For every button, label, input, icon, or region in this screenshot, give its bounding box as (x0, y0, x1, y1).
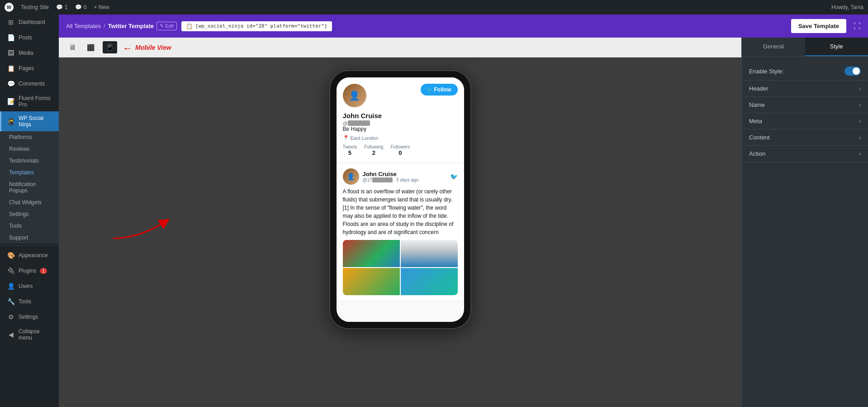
sidebar-item-comments[interactable]: 💬 Comments (0, 76, 59, 91)
dashboard-icon: ⊞ (7, 18, 15, 26)
panel-content: Enable Style: Header › Name › (742, 57, 868, 407)
save-template-button[interactable]: Save Template (791, 19, 846, 33)
stat-tweets: Tweets 5 (343, 144, 357, 156)
content-chevron-icon: › (859, 134, 861, 141)
sidebar-sub-notification-popups[interactable]: Notification Popups (0, 178, 59, 196)
stat-following: Following 2 (364, 144, 383, 156)
sidebar-sub-platforms[interactable]: Platforms (0, 131, 59, 143)
twitter-profile-header: 👤 🐦 Follow John Cruise (337, 77, 464, 163)
admin-bar: W Testing Site 💬 1 💬 0 + New Howdy, Tani… (0, 0, 868, 14)
tweet-author: 👤 John Cruise @1T73513536 · 5 days ago (343, 168, 458, 185)
preview-scroll: 👤 🐦 Follow John Cruise (59, 57, 741, 407)
mobile-icon: 📱 (105, 43, 114, 52)
tab-general[interactable]: General (742, 38, 805, 56)
enable-style-toggle[interactable] (844, 67, 861, 76)
sidebar-item-posts[interactable]: 📄 Posts (0, 30, 59, 45)
right-panel: General Style Enable Style: (741, 38, 868, 407)
mobile-view-button[interactable]: 📱 (103, 41, 117, 53)
twitter-bird-icon: 🐦 (427, 87, 432, 92)
sidebar-item-tools[interactable]: 🔧 Tools (0, 294, 59, 309)
preview-area: 🖥 ⬛ 📱 ← Mobile View (59, 38, 741, 407)
wp-icon: W (5, 3, 14, 12)
content-area: All Templates / Twitter Template ✎ Edit … (59, 14, 868, 407)
twitter-tweet-icon: 🐦 (450, 173, 458, 180)
sidebar-sub-templates[interactable]: Templates (0, 167, 59, 178)
panel-row-content[interactable]: Content › (742, 129, 868, 146)
profile-stats: Tweets 5 Following 2 Followe (343, 144, 458, 156)
site-logo[interactable]: W (5, 3, 14, 12)
tweet-image-2 (401, 240, 458, 267)
sidebar-item-wp-social-ninja[interactable]: 🥷 WP Social Ninja (0, 111, 59, 131)
comments-icon: 💬 (7, 80, 15, 88)
sidebar-item-pages[interactable]: 📋 Pages (0, 61, 59, 76)
users-icon: 👤 (7, 282, 15, 290)
tweet-author-handle: @1T73513536 · 5 days ago (363, 177, 446, 182)
action-chevron-icon: › (859, 151, 861, 157)
admin-bar-comments2[interactable]: 💬 0 (75, 4, 87, 10)
sidebar-item-fluent-forms[interactable]: 📝 Fluent Forms Pro (0, 91, 59, 111)
sidebar-sub-reviews[interactable]: Reviews (0, 143, 59, 155)
admin-bar-site-name[interactable]: Testing Site (21, 4, 49, 10)
media-icon: 🖼 (7, 49, 15, 57)
expand-button[interactable]: ⛶ (854, 22, 861, 30)
tweet-author-info: John Cruise @1T73513536 · 5 days ago (363, 171, 446, 182)
edit-button[interactable]: ✎ Edit (157, 22, 177, 30)
meta-chevron-icon: › (859, 118, 861, 124)
desktop-view-button[interactable]: 🖥 (66, 42, 79, 53)
shortcode-text: [wp_social_ninja id="28" platform="twitt… (195, 23, 327, 29)
tools-icon: 🔧 (7, 297, 15, 306)
location-icon: 📍 (343, 135, 349, 141)
profile-name: John Cruise (343, 112, 458, 120)
panel-row-meta[interactable]: Meta › (742, 113, 868, 129)
profile-avatar: 👤 (343, 84, 366, 107)
panel-row-name[interactable]: Name › (742, 97, 868, 113)
plugins-badge: 1 (40, 268, 47, 274)
tweet-image-4 (401, 268, 458, 295)
desktop-icon: 🖥 (69, 43, 76, 52)
breadcrumb-sep: / (104, 23, 105, 29)
enable-style-actions (844, 67, 861, 76)
sidebar-item-appearance[interactable]: 🎨 Appearance (0, 248, 59, 263)
profile-handle: @73513536 (343, 120, 458, 126)
panel-row-action[interactable]: Action › (742, 146, 868, 162)
top-bar: All Templates / Twitter Template ✎ Edit … (59, 14, 868, 38)
posts-icon: 📄 (7, 34, 15, 42)
tweet-image-3 (343, 268, 400, 295)
sidebar-sub-support[interactable]: Support (0, 232, 59, 244)
tablet-view-button[interactable]: ⬛ (84, 42, 97, 53)
sidebar: ⊞ Dashboard 📄 Posts 🖼 Media 📋 Pages 💬 Co… (0, 14, 59, 407)
sidebar-sub-tools[interactable]: Tools (0, 220, 59, 232)
breadcrumb-current: Twitter Template (108, 23, 154, 29)
sidebar-sub-chat-widgets[interactable]: Chat Widgets (0, 196, 59, 208)
profile-bio: Be Happy (343, 126, 458, 132)
header-chevron-icon: › (859, 86, 861, 92)
tab-style[interactable]: Style (805, 38, 868, 56)
sidebar-collapse[interactable]: ◀ Collapse menu (0, 325, 59, 345)
fluent-forms-icon: 📝 (7, 97, 15, 105)
view-toolbar: 🖥 ⬛ 📱 ← Mobile View (59, 38, 741, 57)
phone-screen: 👤 🐦 Follow John Cruise (337, 77, 464, 322)
sidebar-item-media[interactable]: 🖼 Media (0, 45, 59, 61)
admin-bar-new[interactable]: + New (94, 4, 109, 10)
panel-row-header[interactable]: Header › (742, 81, 868, 97)
sidebar-item-plugins[interactable]: 🔌 Plugins 1 (0, 263, 59, 278)
follow-button[interactable]: 🐦 Follow (421, 84, 458, 96)
breadcrumb: All Templates / Twitter Template ✎ Edit (66, 22, 177, 30)
wp-social-ninja-icon: 🥷 (7, 117, 15, 125)
tablet-icon: ⬛ (87, 44, 95, 51)
breadcrumb-all-templates[interactable]: All Templates (66, 23, 101, 29)
stat-followers: Followers 0 (390, 144, 410, 156)
plugins-icon: 🔌 (7, 267, 15, 275)
tweet-item: 👤 John Cruise @1T73513536 · 5 days ago (337, 163, 464, 301)
pages-icon: 📋 (7, 64, 15, 72)
shortcode-box[interactable]: 📋 [wp_social_ninja id="28" platform="twi… (181, 21, 332, 31)
admin-bar-comments[interactable]: 💬 1 (56, 4, 68, 10)
collapse-icon: ◀ (7, 330, 15, 339)
sidebar-item-users[interactable]: 👤 Users (0, 278, 59, 294)
sidebar-sub-testimonials[interactable]: Testimonials (0, 155, 59, 167)
sidebar-item-settings[interactable]: ⚙ Settings (0, 309, 59, 325)
sidebar-item-dashboard[interactable]: ⊞ Dashboard (0, 14, 59, 30)
panel-row-enable-style[interactable]: Enable Style: (742, 62, 868, 81)
sidebar-sub-settings[interactable]: Settings (0, 208, 59, 220)
tweet-images (343, 240, 458, 295)
